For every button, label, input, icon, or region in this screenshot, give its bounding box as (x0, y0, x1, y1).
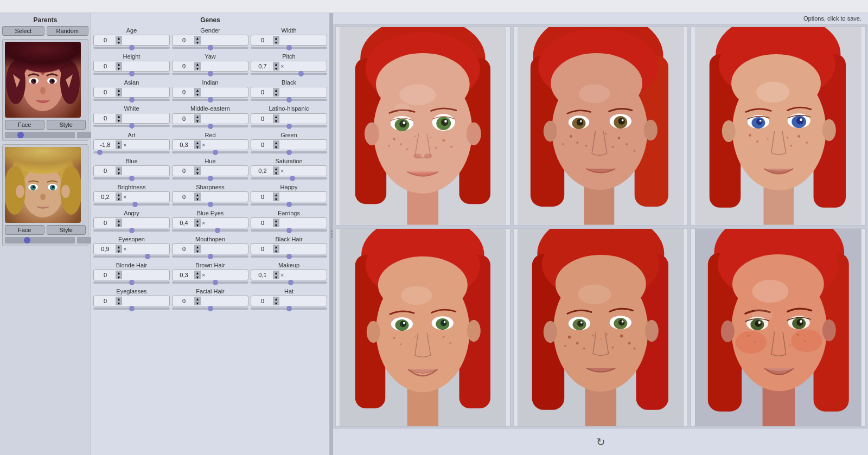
gene-input[interactable] (253, 272, 272, 278)
spin-down-button[interactable]: ▼ (194, 145, 201, 149)
gene-input[interactable] (95, 63, 115, 69)
spin-down-button[interactable]: ▼ (116, 92, 122, 97)
spin-up-button[interactable]: ▲ (273, 193, 279, 197)
gene-slider[interactable] (172, 203, 248, 206)
spin-down-button[interactable]: ▼ (273, 119, 279, 123)
gene-input[interactable] (95, 272, 115, 278)
spin-down-button[interactable]: ▼ (273, 92, 279, 97)
spin-down-button[interactable]: ▼ (273, 145, 279, 149)
gene-slider[interactable] (93, 151, 170, 153)
gene-slider[interactable] (251, 255, 327, 258)
spin-up-button[interactable]: ▲ (194, 297, 201, 301)
spin-down-button[interactable]: ▼ (273, 171, 279, 175)
gene-slider[interactable] (93, 203, 170, 206)
spin-down-button[interactable]: ▼ (194, 119, 201, 123)
gene-slider[interactable] (93, 177, 170, 180)
spin-up-button[interactable]: ▲ (194, 62, 201, 66)
gene-input[interactable] (174, 116, 194, 122)
spin-up-button[interactable]: ▲ (194, 88, 201, 92)
spin-down-button[interactable]: ▼ (194, 66, 201, 71)
spin-down-button[interactable]: ▼ (194, 171, 201, 175)
clear-button[interactable]: × (122, 142, 127, 148)
spin-up-button[interactable]: ▲ (273, 114, 279, 119)
gene-slider[interactable] (251, 229, 327, 232)
spin-up-button[interactable]: ▲ (194, 219, 201, 223)
spin-up-button[interactable]: ▲ (194, 193, 201, 197)
spin-up-button[interactable]: ▲ (116, 219, 122, 223)
gene-slider[interactable] (93, 73, 170, 75)
spin-up-button[interactable]: ▲ (273, 245, 279, 249)
spin-up-button[interactable]: ▲ (116, 271, 122, 275)
gene-input[interactable] (253, 220, 272, 226)
spin-up-button[interactable]: ▲ (116, 193, 122, 197)
gene-input[interactable] (174, 168, 194, 174)
spin-down-button[interactable]: ▼ (194, 249, 201, 253)
spin-down-button[interactable]: ▼ (194, 223, 201, 227)
spin-up-button[interactable]: ▲ (273, 271, 279, 275)
spin-down-button[interactable]: ▼ (273, 40, 279, 44)
gene-input[interactable] (95, 37, 115, 43)
spin-down-button[interactable]: ▼ (116, 66, 122, 71)
spin-down-button[interactable]: ▼ (194, 301, 201, 305)
spin-up-button[interactable]: ▲ (273, 36, 279, 40)
gene-input[interactable] (95, 115, 115, 121)
spin-up-button[interactable]: ▲ (116, 140, 122, 145)
gene-input[interactable] (253, 63, 272, 69)
clear-button[interactable]: × (201, 272, 206, 278)
gene-slider[interactable] (172, 177, 248, 180)
clear-button[interactable]: × (122, 246, 127, 252)
gene-slider[interactable] (172, 151, 248, 153)
gene-input[interactable] (253, 89, 272, 95)
select-button[interactable]: Select (2, 26, 44, 36)
gene-slider[interactable] (251, 73, 327, 75)
gene-slider[interactable] (93, 281, 170, 284)
clear-button[interactable]: × (122, 194, 127, 200)
spin-down-button[interactable]: ▼ (116, 223, 122, 227)
spin-up-button[interactable]: ▲ (116, 114, 122, 118)
gene-input[interactable] (95, 194, 115, 200)
spin-down-button[interactable]: ▼ (273, 66, 279, 71)
parent2-face-btn[interactable]: Face (5, 225, 44, 235)
gene-slider[interactable] (93, 99, 170, 101)
gene-slider[interactable] (93, 307, 170, 310)
spin-down-button[interactable]: ▼ (116, 40, 122, 44)
gene-slider[interactable] (251, 203, 327, 206)
spin-down-button[interactable]: ▼ (116, 249, 122, 253)
gene-slider[interactable] (251, 281, 327, 284)
spin-down-button[interactable]: ▼ (116, 118, 122, 123)
spin-up-button[interactable]: ▲ (194, 114, 201, 119)
spin-down-button[interactable]: ▼ (273, 249, 279, 253)
spin-up-button[interactable]: ▲ (273, 62, 279, 66)
gene-input[interactable] (174, 37, 194, 43)
spin-up-button[interactable]: ▲ (116, 62, 122, 66)
spin-up-button[interactable]: ▲ (194, 245, 201, 249)
gene-slider[interactable] (172, 73, 248, 75)
gene-input[interactable] (95, 142, 115, 148)
gene-slider[interactable] (93, 47, 170, 49)
gene-input[interactable] (174, 142, 194, 148)
gene-slider[interactable] (93, 229, 170, 232)
clear-button[interactable]: × (201, 220, 206, 226)
gene-slider[interactable] (251, 99, 327, 101)
face-option-6[interactable] (690, 228, 866, 428)
gene-slider[interactable] (172, 307, 248, 310)
face-option-3[interactable] (690, 26, 866, 226)
spin-up-button[interactable]: ▲ (116, 297, 122, 301)
gene-input[interactable] (253, 37, 272, 43)
spin-up-button[interactable]: ▲ (116, 36, 122, 40)
gene-slider[interactable] (251, 151, 327, 153)
gene-slider[interactable] (93, 255, 170, 258)
gene-input[interactable] (253, 116, 272, 122)
gene-input[interactable] (253, 142, 272, 148)
parent1-style-btn[interactable]: Style (47, 120, 86, 130)
clear-button[interactable]: × (279, 63, 285, 69)
spin-up-button[interactable]: ▲ (116, 245, 122, 249)
clear-button[interactable]: × (279, 168, 285, 174)
spin-down-button[interactable]: ▼ (194, 275, 201, 279)
spin-up-button[interactable]: ▲ (273, 297, 279, 301)
gene-slider[interactable] (93, 125, 170, 127)
gene-input[interactable] (174, 246, 194, 252)
gene-slider[interactable] (172, 99, 248, 101)
spin-down-button[interactable]: ▼ (273, 301, 279, 305)
gene-slider[interactable] (251, 47, 327, 49)
